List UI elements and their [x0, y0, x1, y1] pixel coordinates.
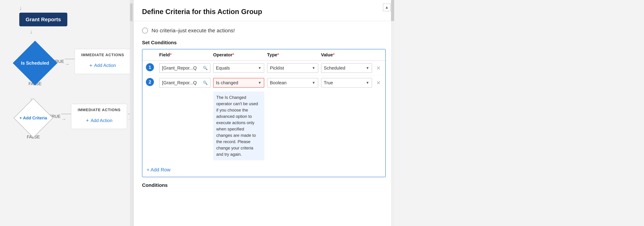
start-arrow: ↓: [19, 5, 22, 11]
immediate-actions-box-2: IMMEDIATE ACTIONS + Add Action: [71, 104, 127, 129]
operator-select-1[interactable]: Equals ▼: [213, 63, 264, 73]
chevron-down-icon-2: ▼: [312, 66, 316, 70]
operator-header: Operator*: [213, 52, 264, 58]
immediate-actions-title-2: IMMEDIATE ACTIONS: [76, 108, 122, 112]
chevron-down-icon-5: ▼: [312, 81, 316, 85]
right-panel: ▲ Define Criteria for this Action Group …: [133, 0, 394, 226]
scroll-divider: [130, 0, 133, 226]
type-select-2[interactable]: Boolean ▼: [267, 78, 318, 88]
field-header: Field*: [159, 52, 210, 58]
no-criteria-text: No criteria–just execute the actions!: [152, 28, 235, 34]
no-criteria-row: No criteria–just execute the actions!: [142, 28, 386, 34]
add-action-btn-2[interactable]: + Add Action: [76, 116, 122, 125]
scroll-thumb[interactable]: [130, 4, 132, 21]
search-icon-1: 🔍: [203, 66, 208, 70]
arrow-1: ↓: [30, 29, 32, 35]
chevron-down-icon-1: ▼: [258, 66, 262, 70]
chevron-down-icon-3: ▼: [366, 66, 369, 70]
field-input-2[interactable]: [Grant_Repor...Q 🔍: [159, 78, 210, 88]
conditions-table: Field* Operator* Type* Value* 1 [Grant_R…: [142, 49, 386, 177]
error-tooltip-row: The Is Changed operator can't be used if…: [142, 90, 386, 163]
add-criteria-label[interactable]: + Add Criteria: [20, 116, 47, 120]
condition-row-2: 2 [Grant_Repor...Q 🔍 Is changed ▼ Boolea…: [142, 76, 386, 90]
is-scheduled-diamond[interactable]: Is Scheduled: [13, 41, 58, 85]
field-input-1[interactable]: [Grant_Repor...Q 🔍: [159, 63, 210, 73]
panel-body: No criteria–just execute the actions! Se…: [134, 21, 394, 226]
set-conditions-label: Set Conditions: [142, 40, 386, 46]
delete-btn-2[interactable]: ✕: [375, 78, 382, 86]
plus-icon-2: +: [86, 117, 89, 123]
scrollbar-track: [391, 0, 394, 226]
row-num-2: 2: [146, 78, 154, 86]
conditions-bottom-label: Conditions: [142, 182, 386, 188]
search-icon-2: 🔍: [203, 81, 208, 85]
chevron-down-icon-6: ▼: [366, 81, 369, 85]
value-header: Value*: [321, 52, 372, 58]
delete-btn-1[interactable]: ✕: [375, 63, 382, 71]
chevron-down-icon-4: ▼: [258, 81, 262, 85]
type-select-1[interactable]: Picklist ▼: [267, 63, 318, 73]
add-criteria-diamond[interactable]: + Add Criteria: [14, 98, 53, 138]
condition-row-1: 1 [Grant_Repor...Q 🔍 Equals ▼ Picklist ▼…: [142, 61, 386, 76]
add-row-btn[interactable]: + Add Row: [142, 163, 386, 177]
immediate-actions-box-1: IMMEDIATE ACTIONS + Add Action: [74, 49, 130, 74]
scroll-up-button[interactable]: ▲: [383, 4, 391, 11]
scrollbar-thumb[interactable]: [391, 0, 394, 21]
panel-header: Define Criteria for this Action Group: [134, 0, 394, 21]
operator-select-2[interactable]: Is changed ▼: [213, 78, 264, 88]
panel-title: Define Criteria for this Action Group: [142, 8, 262, 16]
value-select-2[interactable]: True ▼: [321, 78, 372, 88]
error-tooltip: The Is Changed operator can't be used if…: [213, 92, 264, 160]
plus-icon-1: +: [89, 63, 92, 69]
conditions-table-header: Field* Operator* Type* Value*: [142, 49, 386, 61]
add-action-btn-1[interactable]: + Add Action: [79, 61, 126, 70]
value-select-1[interactable]: Scheduled ▼: [321, 63, 372, 73]
grant-reports-node[interactable]: Grant Reports: [19, 13, 67, 26]
row-num-1: 1: [146, 63, 154, 71]
immediate-actions-title-1: IMMEDIATE ACTIONS: [79, 53, 126, 57]
flow-area: ↓ Grant Reports ↓ Is Scheduled FALSE TRU…: [0, 0, 130, 226]
type-header: Type*: [267, 52, 318, 58]
no-criteria-radio[interactable]: [142, 28, 148, 34]
